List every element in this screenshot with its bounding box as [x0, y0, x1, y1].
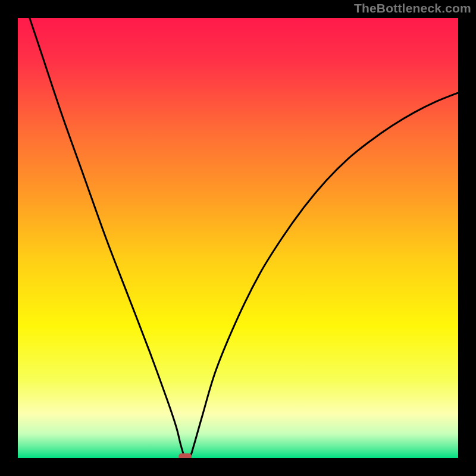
watermark-text: TheBottleneck.com	[354, 1, 471, 15]
chart-svg	[18, 18, 458, 458]
optimum-marker	[178, 453, 192, 458]
plot-area	[18, 18, 458, 458]
gradient-background	[18, 18, 458, 458]
chart-frame: TheBottleneck.com	[0, 0, 476, 476]
